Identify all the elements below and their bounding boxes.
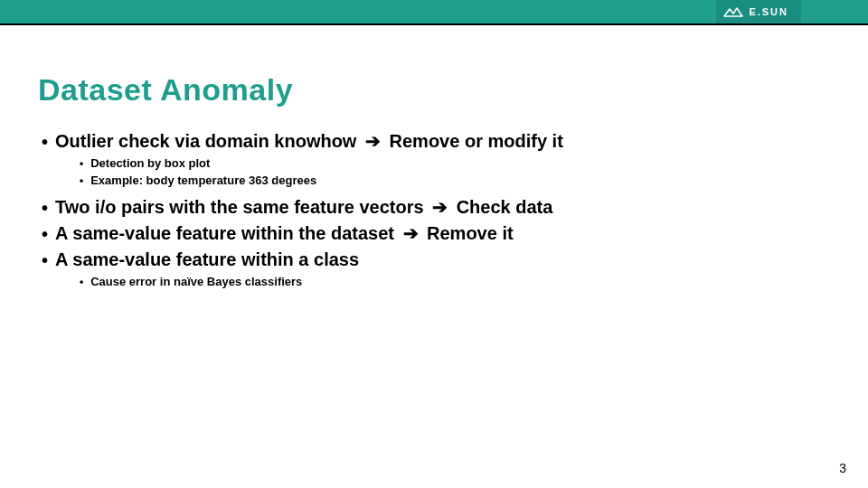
bullet-post: Remove or modify it [384, 131, 563, 151]
header-bar: E.SUN [0, 0, 868, 23]
bullet-text: A same-value feature within a class [55, 248, 359, 272]
bullet-pre: Outlier check via domain knowhow [55, 131, 356, 151]
bullet-post: Remove it [422, 223, 514, 243]
sub-bullet-item: • Example: body temperature 363 degrees [80, 173, 830, 190]
sub-bullet-text: Detection by box plot [90, 155, 210, 173]
bullet-pre: A same-value feature within a class [55, 249, 359, 269]
sub-bullet-text: Example: body temperature 363 degrees [90, 173, 316, 190]
brand-text: E.SUN [749, 6, 788, 17]
mountain-icon [723, 5, 743, 18]
bullet-dot-icon: • [42, 225, 48, 243]
arrow-icon: ➔ [432, 197, 448, 217]
bullet-dot-icon: • [42, 251, 48, 269]
bullet-dot-icon: • [42, 199, 48, 217]
bullet-dot-icon: • [42, 133, 48, 151]
header-underline [0, 23, 868, 25]
bullet-dot-icon: • [80, 275, 83, 290]
slide-title: Dataset Anomaly [38, 72, 830, 108]
bullet-text: Outlier check via domain knowhow ➔ Remov… [55, 129, 563, 154]
bullet-dot-icon: • [80, 156, 83, 172]
bullet-pre: Two i/o pairs with the same feature vect… [55, 197, 424, 217]
bullet-item: • A same-value feature within the datase… [42, 221, 830, 246]
sub-list: • Detection by box plot • Example: body … [80, 155, 830, 190]
bullet-item: • Two i/o pairs with the same feature ve… [42, 195, 830, 220]
sub-list: • Cause error in naïve Bayes classifiers [80, 274, 830, 291]
bullet-pre: A same-value feature within the dataset [55, 223, 394, 243]
sub-bullet-text: Cause error in naïve Bayes classifiers [90, 274, 302, 291]
sub-bullet-item: • Cause error in naïve Bayes classifiers [80, 274, 830, 291]
bullet-item: • A same-value feature within a class [42, 248, 830, 272]
slide-content: Dataset Anomaly • Outlier check via doma… [0, 23, 868, 291]
page-number: 3 [839, 461, 846, 475]
bullet-dot-icon: • [80, 174, 83, 189]
bullet-text: A same-value feature within the dataset … [55, 221, 514, 246]
brand-box: E.SUN [716, 0, 801, 23]
bullet-text: Two i/o pairs with the same feature vect… [55, 195, 552, 220]
arrow-icon: ➔ [403, 223, 419, 243]
sub-bullet-item: • Detection by box plot [80, 155, 830, 173]
bullet-post: Check data [451, 197, 552, 217]
bullet-item: • Outlier check via domain knowhow ➔ Rem… [42, 129, 830, 154]
arrow-icon: ➔ [365, 131, 381, 151]
